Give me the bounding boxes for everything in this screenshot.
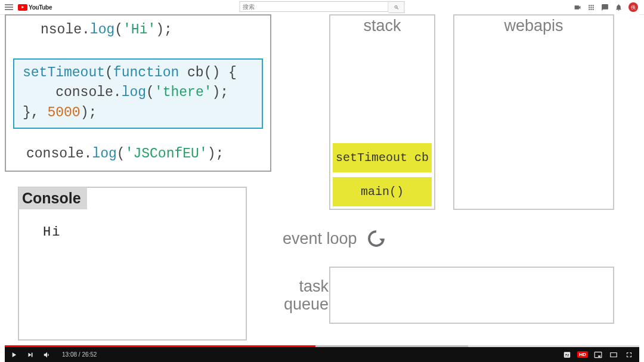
time-total: 26:52 — [82, 351, 97, 358]
code-string: 'JSConfEU' — [125, 146, 208, 162]
hd-badge: HD — [577, 351, 588, 358]
create-video-icon[interactable] — [574, 4, 581, 11]
code-line-3: console.log('there'); — [23, 83, 253, 103]
stack-item: setTimeout cb — [333, 143, 432, 172]
stack-title: stack — [330, 16, 434, 35]
task-queue-label-line: queue — [284, 296, 329, 314]
menu-icon[interactable] — [5, 4, 13, 10]
player-controls: 13:08 / 26:52 HD — [5, 347, 639, 362]
stack-panel: stack setTimeout cb main() — [329, 14, 435, 210]
task-queue-label: task queue — [284, 278, 329, 313]
code-token: function — [113, 65, 179, 81]
task-queue-label-line: task — [284, 278, 329, 296]
code-number: 5000 — [47, 105, 80, 120]
event-loop-icon — [366, 228, 387, 249]
code-panel: nsole.log('Hi'); setTimeout(function cb(… — [5, 14, 271, 172]
search-icon — [394, 5, 399, 10]
fullscreen-button[interactable] — [625, 351, 633, 359]
code-line-4: }, 5000); — [23, 103, 253, 123]
search-input[interactable] — [240, 1, 389, 12]
code-token: console. — [26, 146, 92, 162]
youtube-logo-icon — [18, 4, 27, 11]
console-panel: Console Hi — [18, 187, 247, 341]
code-token: cb() { — [179, 65, 237, 81]
event-loop-label-group: event loop — [283, 228, 387, 249]
avatar[interactable]: 佚 — [628, 2, 638, 12]
player-time: 13:08 / 26:52 — [62, 351, 97, 358]
next-button[interactable] — [26, 351, 35, 359]
code-string: 'Hi' — [123, 22, 156, 38]
code-token: setTimeout — [23, 65, 105, 81]
event-loop-label: event loop — [283, 230, 357, 248]
code-line-5: console.log('JSConfEU'); — [26, 144, 224, 164]
time-current: 13:08 — [62, 351, 77, 358]
apps-icon[interactable] — [587, 4, 595, 11]
code-token: }, — [23, 105, 47, 120]
code-token: log — [90, 22, 114, 38]
code-token: nsole. — [41, 22, 90, 38]
messages-icon[interactable] — [601, 4, 609, 11]
code-token: log — [92, 146, 116, 162]
subtitles-button[interactable] — [563, 351, 571, 359]
code-line-1: nsole.log('Hi'); — [41, 20, 172, 40]
theater-button[interactable] — [609, 351, 618, 359]
code-line-2: setTimeout(function cb() { — [23, 63, 253, 83]
code-token: console. — [23, 85, 122, 100]
webapis-panel: webapis — [453, 14, 614, 210]
search-button[interactable] — [389, 1, 405, 13]
code-token: log — [122, 85, 146, 100]
console-output: Hi — [43, 225, 61, 240]
stack-item: main() — [333, 177, 432, 206]
youtube-logo[interactable]: YouTube — [18, 4, 52, 11]
console-title: Console — [18, 187, 87, 209]
play-button[interactable] — [10, 351, 18, 359]
webapis-title: webapis — [454, 16, 613, 35]
settings-button[interactable]: HD — [578, 351, 587, 359]
highlighted-code-block: setTimeout(function cb() { console.log('… — [13, 58, 263, 129]
notifications-icon[interactable] — [615, 4, 623, 11]
code-token: ); — [80, 105, 97, 120]
task-queue-panel — [329, 267, 614, 324]
code-string: 'there' — [154, 85, 212, 100]
volume-button[interactable] — [43, 351, 51, 359]
miniplayer-button[interactable] — [594, 351, 602, 359]
video-stage[interactable]: JS nsole.log('Hi'); setTimeout(function … — [5, 14, 639, 347]
youtube-logo-text: YouTube — [29, 4, 52, 11]
